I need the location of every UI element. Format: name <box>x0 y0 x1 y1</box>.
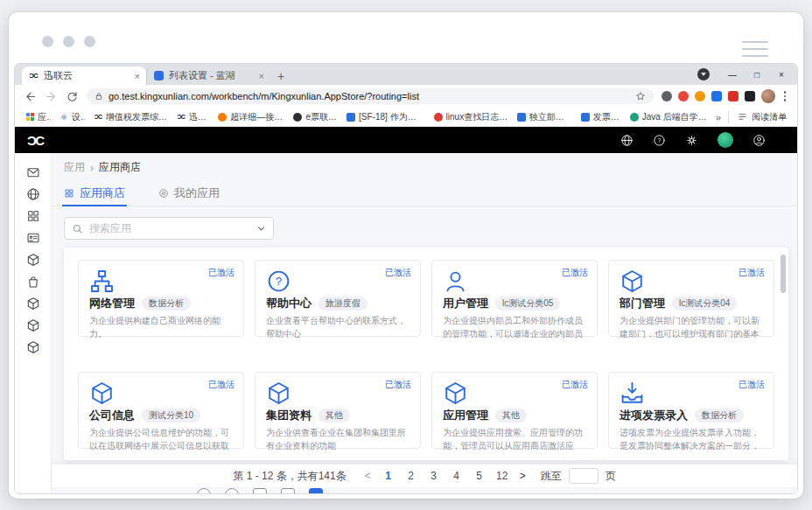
tab-close-icon[interactable]: × <box>135 71 140 81</box>
settings-gear-icon[interactable] <box>685 134 698 147</box>
browser-menu-icon[interactable] <box>781 91 789 101</box>
browser-tab-xunlianyun[interactable]: ƆC 迅联云 × <box>22 66 146 85</box>
jump-page-input[interactable] <box>569 468 598 484</box>
page-number[interactable]: 1 <box>381 470 396 482</box>
reload-icon[interactable] <box>66 90 79 103</box>
bookmark-item[interactable]: 超详细—接口测.. <box>218 111 284 123</box>
shopping-bag-icon[interactable] <box>26 275 40 289</box>
app-card-grid: 已激活 网络管理数据分析 为企业提供构建自己商业网络的能力。 已激活 帮助中心旅… <box>78 260 774 449</box>
tab-search-icon[interactable] <box>697 68 710 80</box>
tab-my-apps[interactable]: 我的应用 <box>158 180 220 206</box>
app-card-help-center[interactable]: 已激活 帮助中心旅游度假 企业查看平台帮助中心的联系方式，帮助中心 <box>255 260 421 337</box>
extension-icon[interactable] <box>711 91 722 101</box>
account-icon[interactable] <box>752 134 766 147</box>
app-card-dept-mgmt[interactable]: 已激活 部门管理lc测试分类04 为企业提供部门的管理功能，可以新建部门，也可以… <box>608 260 774 337</box>
app-card-network[interactable]: 已激活 网络管理数据分析 为企业提供构建自己商业网络的能力。 <box>78 260 244 337</box>
window-dot-icon[interactable] <box>42 36 53 47</box>
cube-icon[interactable] <box>26 297 40 311</box>
app-card-invoice-entry[interactable]: 已激活 进项发票录入数据分析 进项发票为企业提供发票录入功能，是发票协同整体解决… <box>608 372 774 449</box>
apps-icon[interactable] <box>26 209 40 223</box>
category-tag: 旅游度假 <box>318 297 368 311</box>
tab-close-icon[interactable]: × <box>259 71 264 81</box>
app-description: 进项发票为企业提供发票录入功能，是发票协同整体解决方案的一部分，也可独立使用。 <box>620 427 763 452</box>
bookmark-item[interactable]: 设置 <box>60 111 85 123</box>
app-card-company-info[interactable]: 已激活 公司信息测试分类10 为企业提供公司信息维护的功能，可以在迅联网络中展示… <box>78 372 244 449</box>
inbox-icon[interactable] <box>26 165 40 179</box>
bookmark-item[interactable]: ƆC 迅联云 <box>177 111 209 123</box>
card-icon[interactable] <box>26 231 40 245</box>
lock-icon[interactable] <box>94 92 103 101</box>
reading-list-icon <box>738 112 747 122</box>
back-icon[interactable] <box>24 90 37 103</box>
toolbar-icon[interactable] <box>309 488 323 493</box>
extensions-area <box>662 89 789 103</box>
window-dot-icon[interactable] <box>63 36 74 47</box>
toolbar-icon[interactable] <box>281 488 295 493</box>
reading-list-button[interactable]: 阅读清单 <box>728 111 787 123</box>
extension-icon[interactable] <box>662 91 672 101</box>
close-button[interactable]: × <box>769 64 794 85</box>
app-logo[interactable]: ƆC <box>27 133 44 148</box>
bookmark-item[interactable]: e票联平台 <box>293 111 338 123</box>
window-titlebar <box>9 12 803 63</box>
tab-app-store[interactable]: 应用商店 <box>64 180 125 206</box>
apps-grid-icon <box>25 113 34 122</box>
status-badge: 已激活 <box>562 379 588 391</box>
extension-icon[interactable] <box>678 91 689 101</box>
maximize-button[interactable]: □ <box>745 64 769 85</box>
bookmark-item[interactable]: [SF-18] 作为收票方.. <box>346 111 425 123</box>
bookmark-item[interactable]: 独立部署规范 <box>517 111 572 123</box>
bookmark-item[interactable]: ƆC 增值税发票综合服.. <box>94 111 168 123</box>
page-number[interactable]: 5 <box>472 470 487 482</box>
prev-page-button[interactable]: < <box>362 470 374 482</box>
cube-icon[interactable] <box>26 253 40 267</box>
help-icon[interactable] <box>653 134 666 147</box>
org-avatar[interactable] <box>718 132 733 148</box>
bookmark-item[interactable]: Java 后端自学之路.. <box>630 111 707 123</box>
page-tabs: 应用商店 我的应用 <box>52 180 797 206</box>
app-card-user-mgmt[interactable]: 已激活 用户管理lc测试分类05 为企业提供内部员工和外部协作成员的管理功能，可… <box>431 260 598 337</box>
status-badge: 已激活 <box>385 379 411 391</box>
browser-profile-avatar[interactable] <box>761 89 775 103</box>
next-page-button[interactable]: > <box>517 470 528 482</box>
bookmark-apps[interactable]: 应用 <box>25 111 51 123</box>
extension-icon[interactable] <box>745 91 755 101</box>
page-number[interactable]: 2 <box>403 470 419 482</box>
minimize-button[interactable]: — <box>720 64 745 85</box>
page-number[interactable]: 4 <box>449 470 465 482</box>
toolbar-icon[interactable] <box>253 488 267 493</box>
bookmark-item[interactable]: linux查找日志技巧.. <box>434 111 508 123</box>
chevron-down-icon[interactable] <box>256 224 266 234</box>
app-description: 为企业提供内部员工和外部协作成员的管理功能，可以邀请企业的内部员工或其他公司..… <box>443 315 586 340</box>
page-number[interactable]: 12 <box>494 470 510 482</box>
new-tab-button[interactable]: + <box>270 66 291 85</box>
address-bar[interactable]: go.test.kingxunlian.com/workbench/m/King… <box>87 88 654 104</box>
cube-icon[interactable] <box>26 340 40 354</box>
page-number[interactable]: 3 <box>426 470 442 482</box>
extension-icon[interactable] <box>695 91 705 101</box>
toolbar-icon[interactable] <box>197 488 211 493</box>
category-tag: 其他 <box>495 409 527 423</box>
extension-icon[interactable] <box>728 91 738 101</box>
scrollbar-thumb[interactable] <box>780 255 786 293</box>
cube-icon[interactable] <box>26 318 40 332</box>
toolbar-icon[interactable] <box>225 488 239 493</box>
bookmark-item[interactable]: 发票样式 <box>581 111 621 123</box>
window-dot-icon[interactable] <box>84 36 95 47</box>
app-card-app-mgmt[interactable]: 已激活 应用管理其他 为企业提供应用搜索、应用管理的功能，管理员可以从应用商店激… <box>431 372 598 449</box>
url-text[interactable]: go.test.kingxunlian.com/workbench/m/King… <box>108 91 630 101</box>
category-tag: 数据分析 <box>695 409 744 423</box>
search-input[interactable] <box>64 217 274 240</box>
browser-tab-lanhu[interactable]: 列表设置 - 蓝湖 × <box>146 66 270 85</box>
globe-icon[interactable] <box>26 187 40 201</box>
globe-icon[interactable] <box>620 134 634 147</box>
category-tag: 测试分类10 <box>142 409 200 423</box>
forward-icon[interactable] <box>45 90 58 103</box>
bookmarks-overflow-icon[interactable]: » <box>716 112 721 122</box>
app-list-panel: 已激活 网络管理数据分析 为企业提供构建自己商业网络的能力。 已激活 帮助中心旅… <box>64 248 788 460</box>
bookmark-star-icon[interactable] <box>635 91 646 101</box>
hamburger-menu-icon[interactable] <box>742 41 768 62</box>
app-card-group-profile[interactable]: 已激活 集团资料其他 为企业供查看企业在集团和集团里所有企业资料的功能 <box>255 372 421 449</box>
category-tag: lc测试分类05 <box>495 297 560 311</box>
breadcrumb-parent[interactable]: 应用 <box>64 160 85 175</box>
